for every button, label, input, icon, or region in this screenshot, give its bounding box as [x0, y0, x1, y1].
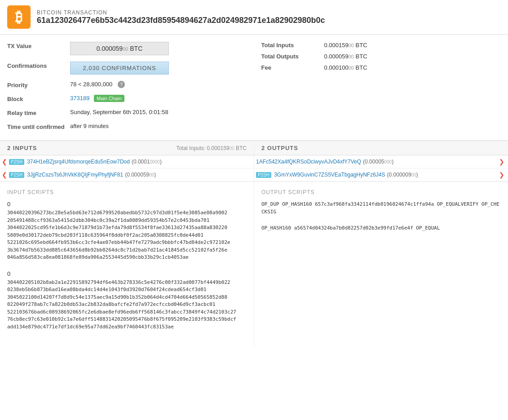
- output-amount-0: (0.00005000): [363, 159, 393, 165]
- output-entry-0: 1AFc542Xa4fQKRSoDciwyvAJvD4xfY7VeQ (0.00…: [254, 155, 508, 168]
- output-script-1: OP_HASH160 a56574d04324ba7b0d82257d02b3e…: [261, 225, 501, 232]
- bitcoin-symbol: ₿: [15, 9, 22, 26]
- tx-value-label: TX Value: [7, 42, 70, 49]
- fee-value: 0.00010000 BTC: [324, 64, 367, 71]
- relay-time-row: Relay time Sunday, September 6th 2015, 0…: [7, 109, 247, 116]
- output-script-text-1: OP_HASH160 a56574d04324ba7b0d82257d02b3e…: [261, 225, 501, 232]
- input-script-text-0: 30440220396273bc28e5a5bd63e712d6799520ab…: [7, 209, 247, 261]
- scripts-section: INPUT SCRIPTS 0 30440220396273bc28e5a5bd…: [0, 182, 508, 347]
- output-type-badge-1: P2SH: [256, 172, 271, 178]
- input-type-badge-1: P2SH: [9, 172, 24, 178]
- priority-label: Priority: [7, 81, 70, 88]
- priority-row: Priority 78 < 28,800,000 ?: [7, 81, 247, 88]
- transaction-hash: 61a123026477e6b53c4423d23fd85954894627a2…: [37, 16, 325, 25]
- transaction-header: ₿ BITCOIN TRANSACTION 61a123026477e6b53c…: [0, 0, 508, 35]
- inputs-total: Total Inputs: 0.00015900 BTC: [176, 145, 247, 151]
- bitcoin-logo: ₿: [7, 5, 31, 29]
- relay-time-value: Sunday, September 6th 2015, 0:01:58: [70, 109, 247, 115]
- confirmations-value: 2,030 CONFIRMATIONS: [70, 62, 247, 75]
- right-info: Total Inputs 0.00015900 BTC Total Output…: [247, 42, 501, 137]
- total-inputs-value: 0.00015900 BTC: [324, 42, 367, 49]
- confirmations-label: Confirmations: [7, 62, 70, 69]
- total-inputs-small: 00: [349, 43, 354, 48]
- input-amount-0: (0.00010000): [132, 159, 162, 165]
- input-scripts-label: INPUT SCRIPTS: [7, 189, 247, 195]
- total-inputs-unit: BTC: [354, 42, 367, 49]
- output-script-0: OP_DUP OP_HASH160 657c3af968fa3342114fdb…: [261, 201, 501, 216]
- time-confirmed-row: Time until confirmed after 9 minutes: [7, 123, 247, 130]
- total-inputs-label: Total Inputs: [261, 42, 324, 49]
- tx-value-unit: BTC: [128, 45, 142, 52]
- input-scripts-container: INPUT SCRIPTS 0 30440220396273bc28e5a5bd…: [0, 182, 254, 347]
- inputs-title: 2 INPUTS: [7, 145, 37, 151]
- time-confirmed-label: Time until confirmed: [7, 123, 70, 130]
- outputs-title: 2 OUTPUTS: [261, 145, 298, 151]
- input-script-index-0: 0: [7, 201, 247, 208]
- priority-help-icon[interactable]: ?: [118, 81, 125, 88]
- block-row: Block 373189 Main Chain: [7, 95, 247, 102]
- output-arrow-0: ❯: [499, 158, 504, 165]
- fee-small: 00: [349, 65, 354, 71]
- total-outputs-label: Total Outputs: [261, 53, 324, 60]
- left-info: TX Value 0.00005900 BTC Confirmations 2,…: [7, 42, 247, 137]
- total-outputs-small: 00: [349, 54, 354, 59]
- total-outputs-value: 0.00005900 BTC: [324, 53, 367, 60]
- input-address-0[interactable]: 374H1eBZjsrq4UfdsmorqeEdu5nEow7Dod: [27, 159, 130, 165]
- input-amount-1: (0.00005900): [125, 172, 156, 178]
- input-arrow-0: ❮: [2, 158, 7, 165]
- input-entry-1: ❮ P2SH 3JjjRzCszsTs6JhVkK8QIjFmyPhyfjNF8…: [0, 168, 254, 181]
- tx-value-main: 0.000059: [97, 45, 123, 52]
- transaction-label: BITCOIN TRANSACTION: [37, 9, 325, 16]
- inputs-list: ❮ P2SH 374H1eBZjsrq4UfdsmorqeEdu5nEow7Do…: [0, 155, 254, 181]
- total-inputs-main: 0.000159: [324, 42, 349, 49]
- output-address-1[interactable]: 3GmYxW9GuvinC7ZS5VEaTbgagHyNFz6J4S: [274, 172, 385, 178]
- outputs-header: 2 OUTPUTS: [254, 141, 508, 155]
- output-scripts-label: OUTPUT SCRIPTS: [261, 189, 501, 195]
- main-chain-badge: Main Chain: [94, 95, 124, 102]
- fee-unit: BTC: [354, 64, 367, 71]
- block-value-container: 373189 Main Chain: [70, 95, 247, 102]
- block-number-link[interactable]: 373189: [70, 95, 89, 102]
- header-text: BITCOIN TRANSACTION 61a123026477e6b53c44…: [37, 9, 325, 25]
- tx-value-box-container: 0.00005900 BTC: [70, 42, 247, 55]
- priority-value-container: 78 < 28,800,000 ?: [70, 81, 247, 88]
- outputs-list: 1AFc542Xa4fQKRSoDciwyvAJvD4xfY7VeQ (0.00…: [254, 155, 508, 181]
- input-script-0: 0 30440220396273bc28e5a5bd63e712d6799520…: [7, 201, 247, 261]
- total-inputs-row: Total Inputs 0.00015900 BTC: [261, 42, 501, 49]
- input-script-index-1: 0: [7, 270, 247, 277]
- block-label: Block: [7, 95, 70, 102]
- input-script-1: 0 304402205102b8ab2a1e22915892794df6e463…: [7, 270, 247, 331]
- fee-main: 0.000100: [324, 64, 349, 71]
- tx-value-small: 00: [123, 46, 128, 52]
- input-script-text-1: 304402205102b8ab2a1e22915892794df6e463b2…: [7, 279, 247, 331]
- output-entry-1: P2SH 3GmYxW9GuvinC7ZS5VEaTbgagHyNFz6J4S …: [254, 168, 508, 181]
- main-info: TX Value 0.00005900 BTC Confirmations 2,…: [0, 35, 508, 141]
- output-arrow-1: ❯: [499, 171, 504, 178]
- fee-label: Fee: [261, 64, 324, 71]
- output-address-0[interactable]: 1AFc542Xa4fQKRSoDciwyvAJvD4xfY7VeQ: [256, 159, 361, 165]
- tx-value-row: TX Value 0.00005900 BTC: [7, 42, 247, 55]
- total-outputs-unit: BTC: [354, 53, 367, 60]
- input-entry-0: ❮ P2SH 374H1eBZjsrq4UfdsmorqeEdu5nEow7Do…: [0, 155, 254, 168]
- inputs-header: 2 INPUTS Total Inputs: 0.00015900 BTC: [0, 141, 254, 155]
- input-address-1[interactable]: 3JjjRzCszsTs6JhVkK8QIjFmyPhyfjNF81: [27, 172, 123, 178]
- confirmations-row: Confirmations 2,030 CONFIRMATIONS: [7, 62, 247, 75]
- total-outputs-row: Total Outputs 0.00005900 BTC: [261, 53, 501, 60]
- io-headers: 2 INPUTS Total Inputs: 0.00015900 BTC 2 …: [0, 141, 508, 155]
- output-amount-1: (0.00000900): [387, 172, 418, 178]
- total-outputs-main: 0.000059: [324, 53, 349, 60]
- relay-time-label: Relay time: [7, 109, 70, 116]
- output-scripts-container: OUTPUT SCRIPTS OP_DUP OP_HASH160 657c3af…: [254, 182, 508, 347]
- priority-value: 78 < 28,800,000: [70, 81, 112, 88]
- io-entries: ❮ P2SH 374H1eBZjsrq4UfdsmorqeEdu5nEow7Do…: [0, 155, 508, 182]
- input-arrow-1: ❮: [2, 171, 7, 178]
- time-confirmed-value: after 9 minutes: [70, 123, 247, 129]
- tx-value-display: 0.00005900 BTC: [70, 42, 169, 55]
- fee-row: Fee 0.00010000 BTC: [261, 64, 501, 71]
- confirmations-button[interactable]: 2,030 CONFIRMATIONS: [70, 62, 169, 75]
- output-script-text-0: OP_DUP OP_HASH160 657c3af968fa3342114fdb…: [261, 201, 501, 216]
- input-type-badge-0: P2SH: [9, 159, 24, 165]
